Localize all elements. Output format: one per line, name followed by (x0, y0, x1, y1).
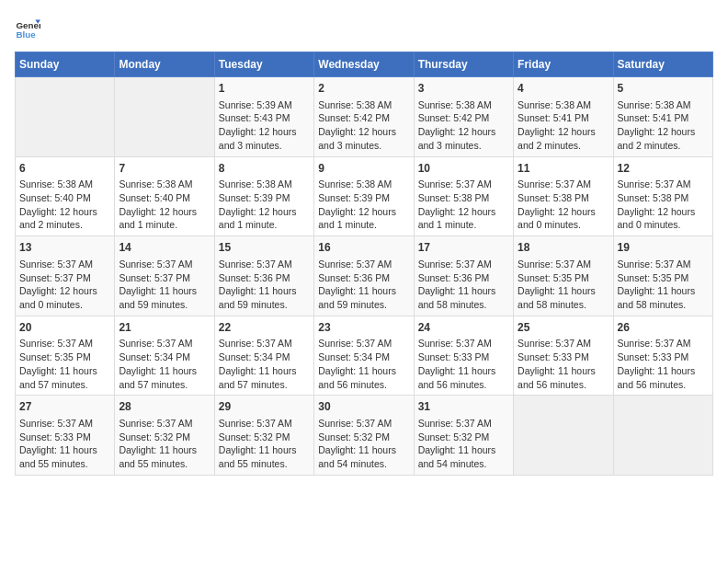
calendar-cell: 6Sunrise: 5:38 AMSunset: 5:40 PMDaylight… (16, 156, 115, 236)
day-content: Sunrise: 5:38 AM (119, 178, 210, 191)
day-content: Sunrise: 5:37 AM (219, 337, 310, 350)
day-content: Sunrise: 5:37 AM (219, 417, 310, 431)
day-content: Sunrise: 5:37 AM (119, 417, 210, 431)
day-content: Daylight: 11 hours and 55 minutes. (19, 443, 110, 470)
day-content: Sunset: 5:33 PM (518, 350, 609, 364)
day-content: Daylight: 11 hours and 55 minutes. (219, 443, 310, 470)
day-number: 28 (119, 399, 210, 415)
calendar-cell: 1Sunrise: 5:39 AMSunset: 5:43 PMDaylight… (214, 77, 313, 157)
weekday-header-saturday: Saturday (613, 52, 712, 77)
calendar-cell (115, 77, 214, 157)
day-content: Sunset: 5:33 PM (418, 350, 509, 364)
day-content: Sunset: 5:40 PM (19, 191, 110, 205)
day-content: Sunset: 5:36 PM (219, 271, 310, 285)
calendar-cell: 9Sunrise: 5:38 AMSunset: 5:39 PMDaylight… (314, 156, 414, 236)
day-content: Daylight: 11 hours and 54 minutes. (418, 443, 509, 470)
day-number: 11 (518, 161, 609, 177)
day-content: Daylight: 12 hours and 0 minutes. (618, 205, 709, 232)
weekday-header-tuesday: Tuesday (214, 52, 313, 77)
day-content: Sunset: 5:41 PM (518, 111, 609, 125)
day-content: Sunset: 5:33 PM (19, 431, 110, 444)
day-content: Sunrise: 5:37 AM (418, 337, 509, 350)
day-content: Sunset: 5:38 PM (618, 191, 709, 205)
svg-text:Blue: Blue (16, 29, 36, 40)
day-number: 15 (219, 240, 310, 256)
calendar-cell: 23Sunrise: 5:37 AMSunset: 5:34 PMDayligh… (314, 316, 414, 396)
calendar-cell: 12Sunrise: 5:37 AMSunset: 5:38 PMDayligh… (613, 156, 712, 236)
calendar-cell: 24Sunrise: 5:37 AMSunset: 5:33 PMDayligh… (414, 316, 513, 396)
day-content: Daylight: 11 hours and 58 minutes. (618, 284, 709, 311)
day-content: Sunrise: 5:37 AM (318, 417, 409, 431)
day-content: Sunset: 5:35 PM (19, 350, 110, 364)
day-content: Sunrise: 5:37 AM (418, 258, 509, 271)
day-content: Sunrise: 5:37 AM (219, 258, 310, 271)
calendar-cell: 16Sunrise: 5:37 AMSunset: 5:36 PMDayligh… (314, 236, 414, 316)
day-content: Sunrise: 5:38 AM (19, 178, 110, 191)
calendar-cell: 18Sunrise: 5:37 AMSunset: 5:35 PMDayligh… (514, 236, 613, 316)
day-content: Sunset: 5:37 PM (119, 271, 210, 285)
day-content: Sunset: 5:34 PM (119, 350, 210, 364)
day-number: 5 (618, 81, 709, 97)
day-content: Sunset: 5:40 PM (119, 191, 210, 205)
day-number: 1 (219, 81, 310, 97)
day-content: Daylight: 11 hours and 55 minutes. (119, 443, 210, 470)
calendar-cell: 25Sunrise: 5:37 AMSunset: 5:33 PMDayligh… (514, 316, 613, 396)
calendar-cell (514, 396, 613, 476)
day-content: Daylight: 12 hours and 1 minute. (119, 205, 210, 232)
weekday-header-thursday: Thursday (414, 52, 513, 77)
calendar-cell: 31Sunrise: 5:37 AMSunset: 5:32 PMDayligh… (414, 396, 513, 476)
day-content: Sunset: 5:35 PM (618, 271, 709, 285)
day-number: 29 (219, 399, 310, 415)
logo-icon: General Blue (15, 15, 40, 40)
day-content: Sunrise: 5:37 AM (518, 258, 609, 271)
day-number: 2 (318, 81, 409, 97)
day-number: 21 (119, 320, 210, 336)
day-content: Sunrise: 5:38 AM (618, 98, 709, 112)
day-content: Sunrise: 5:38 AM (219, 178, 310, 191)
weekday-header-monday: Monday (115, 52, 214, 77)
day-content: Sunset: 5:41 PM (618, 111, 709, 125)
day-content: Daylight: 12 hours and 0 minutes. (518, 205, 609, 232)
day-content: Sunrise: 5:39 AM (219, 98, 310, 112)
day-content: Daylight: 12 hours and 2 minutes. (618, 125, 709, 152)
day-number: 27 (19, 399, 110, 415)
day-content: Daylight: 11 hours and 59 minutes. (119, 284, 210, 311)
calendar-cell: 3Sunrise: 5:38 AMSunset: 5:42 PMDaylight… (414, 77, 513, 157)
day-number: 16 (318, 240, 409, 256)
day-content: Daylight: 12 hours and 1 minute. (219, 205, 310, 232)
day-number: 13 (19, 240, 110, 256)
day-content: Sunrise: 5:37 AM (19, 258, 110, 271)
day-content: Sunrise: 5:37 AM (518, 178, 609, 191)
day-number: 10 (418, 161, 509, 177)
day-content: Daylight: 12 hours and 1 minute. (418, 205, 509, 232)
day-number: 8 (219, 161, 310, 177)
calendar-cell: 19Sunrise: 5:37 AMSunset: 5:35 PMDayligh… (613, 236, 712, 316)
day-content: Daylight: 11 hours and 57 minutes. (119, 364, 210, 391)
calendar-cell (16, 77, 115, 157)
day-content: Daylight: 11 hours and 56 minutes. (418, 364, 509, 391)
day-number: 30 (318, 399, 409, 415)
day-content: Daylight: 11 hours and 57 minutes. (219, 364, 310, 391)
calendar-cell: 5Sunrise: 5:38 AMSunset: 5:41 PMDaylight… (613, 77, 712, 157)
day-content: Sunrise: 5:37 AM (19, 337, 110, 350)
calendar-week-4: 20Sunrise: 5:37 AMSunset: 5:35 PMDayligh… (16, 316, 713, 396)
weekday-header-sunday: Sunday (16, 52, 115, 77)
weekday-header-wednesday: Wednesday (314, 52, 414, 77)
calendar-cell: 20Sunrise: 5:37 AMSunset: 5:35 PMDayligh… (16, 316, 115, 396)
day-content: Sunset: 5:37 PM (19, 271, 110, 285)
day-content: Daylight: 11 hours and 58 minutes. (518, 284, 609, 311)
day-number: 23 (318, 320, 409, 336)
day-content: Sunset: 5:32 PM (219, 431, 310, 444)
day-content: Sunset: 5:33 PM (618, 350, 709, 364)
day-content: Sunset: 5:42 PM (418, 111, 509, 125)
day-content: Sunrise: 5:38 AM (518, 98, 609, 112)
calendar-cell: 4Sunrise: 5:38 AMSunset: 5:41 PMDaylight… (514, 77, 613, 157)
day-content: Sunset: 5:32 PM (318, 431, 409, 444)
day-number: 26 (618, 320, 709, 336)
day-number: 3 (418, 81, 509, 97)
day-number: 7 (119, 161, 210, 177)
day-content: Daylight: 11 hours and 59 minutes. (219, 284, 310, 311)
day-content: Sunset: 5:34 PM (219, 350, 310, 364)
day-content: Daylight: 12 hours and 0 minutes. (19, 284, 110, 311)
day-content: Sunrise: 5:37 AM (618, 258, 709, 271)
